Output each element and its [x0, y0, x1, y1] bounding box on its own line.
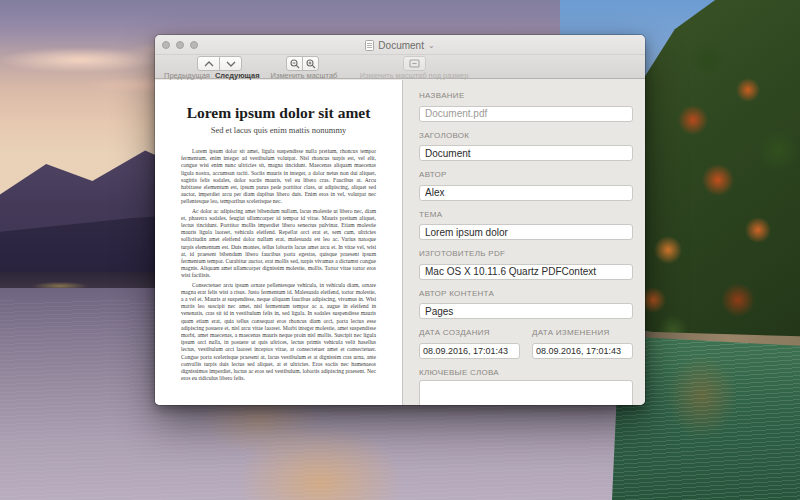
creation-date-label: ДАТА СОЗДАНИЯ [419, 328, 520, 337]
chevron-down-icon [226, 61, 236, 67]
document-title: Lorem ipsum dolor sit amet [181, 104, 376, 122]
field-modification-date: ДАТА ИЗМЕНЕНИЯ [532, 328, 633, 359]
field-title: ЗАГОЛОВОК [419, 131, 633, 162]
app-window: Document ⌄ Предыдущая Следующая [155, 35, 645, 405]
fit-control [403, 56, 426, 71]
field-subject: ТЕМА [419, 210, 633, 241]
fit-to-size-icon [409, 59, 420, 68]
next-page-label: Следующая [215, 71, 260, 80]
filename-input[interactable] [419, 106, 633, 122]
field-keywords: КЛЮЧЕВЫЕ СЛОВА [419, 368, 633, 405]
title-area: Document ⌄ [155, 35, 645, 55]
fit-to-size-label: Изменить масштаб под размер [360, 71, 469, 80]
toolbar: Предыдущая Следующая Изменить масштаб [155, 55, 645, 79]
document-preview-pane[interactable]: Lorem ipsum dolor sit amet Sed et lacus … [155, 80, 403, 405]
subject-input[interactable] [419, 224, 633, 240]
magnifier-minus-icon [290, 59, 300, 69]
field-pdf-producer: ИЗГОТОВИТЕЛЬ PDF [419, 249, 633, 280]
desktop: Document ⌄ Предыдущая Следующая [0, 0, 800, 500]
zoom-segmented-control [286, 56, 319, 71]
title-chevron-down-icon[interactable]: ⌄ [428, 42, 435, 50]
magnifier-plus-icon [306, 59, 316, 69]
modification-date-input[interactable] [532, 343, 633, 359]
content-author-label: АВТОР КОНТЕНТА [419, 289, 633, 298]
document-paragraph: Lorem ipsum dolor sit amet, ligula suspe… [181, 148, 376, 206]
field-filename: НАЗВАНИЕ [419, 91, 633, 122]
document-subtitle: Sed et lacus quis enim mattis nonummy [181, 125, 376, 135]
title-label: ЗАГОЛОВОК [419, 131, 633, 140]
pdf-producer-label: ИЗГОТОВИТЕЛЬ PDF [419, 249, 633, 258]
previous-page-label: Предыдущая [164, 71, 210, 80]
title-input[interactable] [419, 145, 633, 161]
fit-to-size-button[interactable] [403, 56, 426, 71]
keywords-label: КЛЮЧЕВЫЕ СЛОВА [419, 368, 633, 377]
modification-date-label: ДАТА ИЗМЕНЕНИЯ [532, 328, 633, 337]
zoom-in-button[interactable] [302, 56, 319, 71]
metadata-panel: НАЗВАНИЕ ЗАГОЛОВОК АВТОР ТЕМА ИЗГОТОВИТЕ [403, 80, 645, 405]
pdf-producer-input[interactable] [419, 264, 633, 280]
window-content: Lorem ipsum dolor sit amet Sed et lacus … [155, 80, 645, 405]
creation-date-input[interactable] [419, 343, 520, 359]
zoom-label-row: Изменить масштаб [265, 71, 343, 80]
next-page-button[interactable] [219, 56, 242, 71]
field-content-author: АВТОР КОНТЕНТА [419, 289, 633, 320]
document-paragraph: Ac dolor ac adipiscing amet bibendum nul… [181, 208, 376, 280]
previous-page-button[interactable] [197, 56, 220, 71]
fit-label-row: Изменить масштаб под размер [350, 71, 478, 80]
keywords-textarea[interactable] [419, 380, 633, 405]
author-label: АВТОР [419, 170, 633, 179]
zoom-label: Изменить масштаб [271, 71, 338, 80]
subject-label: ТЕМА [419, 210, 633, 219]
dates-row: ДАТА СОЗДАНИЯ ДАТА ИЗМЕНЕНИЯ [419, 328, 633, 368]
content-author-input[interactable] [419, 303, 633, 319]
author-input[interactable] [419, 185, 633, 201]
window-title: Document [378, 40, 424, 51]
document-page: Lorem ipsum dolor sit amet Sed et lacus … [155, 80, 402, 405]
page-nav-labels: Предыдущая Следующая [164, 71, 260, 80]
document-proxy-icon[interactable] [365, 40, 374, 51]
page-nav-segmented-control [197, 56, 242, 71]
document-paragraph: Consectetuer arcu ipsum ornare pellentes… [181, 282, 376, 383]
field-creation-date: ДАТА СОЗДАНИЯ [419, 328, 520, 359]
window-titlebar[interactable]: Document ⌄ [155, 35, 645, 55]
chevron-up-icon [204, 61, 214, 67]
filename-label: НАЗВАНИЕ [419, 91, 633, 100]
zoom-out-button[interactable] [286, 56, 303, 71]
field-author: АВТОР [419, 170, 633, 201]
